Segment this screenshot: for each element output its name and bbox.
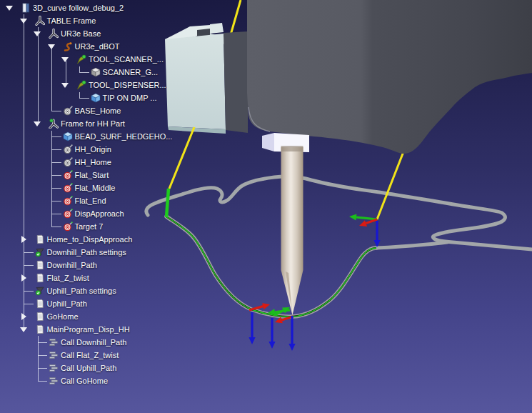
tree-item-label: Flat_End — [75, 194, 106, 207]
frame-icon — [49, 29, 59, 39]
tree-connector-stub — [51, 111, 61, 111]
tree-connector-stub — [51, 201, 61, 201]
tree-item-hh-origin[interactable]: HH_Origin — [0, 143, 200, 156]
needle[interactable] — [281, 146, 303, 315]
tree-connector-stub — [24, 252, 34, 253]
tree-item-flat-middle[interactable]: Flat_Middle — [0, 181, 200, 194]
tree-item-label: Uphill_Path settings — [47, 284, 116, 297]
tree-item-3d-curve-follow-debug-2[interactable]: 3D_curve follow_debug_2 — [0, 1, 200, 14]
target-red-icon — [63, 209, 73, 219]
target-axis-arrowhead — [288, 344, 295, 351]
tree-connector-stub — [51, 214, 61, 214]
program-icon — [35, 312, 45, 322]
program-icon — [35, 234, 45, 244]
robodk-window: 3D_curve follow_debug_2TABLE FrameUR3e B… — [0, 0, 532, 413]
tree-item-gohome[interactable]: GoHome — [0, 310, 200, 323]
tree-connector-stub — [79, 98, 89, 99]
tree-item-table-frame[interactable]: TABLE Frame — [0, 14, 200, 27]
dispenser-body[interactable] — [247, 0, 532, 154]
tree-item-tool-dispenser[interactable]: TOOL_DISPENSER... — [0, 79, 200, 91]
tree-item-label: GoHome — [47, 310, 79, 323]
tree-item-label: Uphill_Path — [47, 297, 87, 310]
target-axis-arrowhead — [359, 220, 367, 227]
tool-gap-face — [224, 31, 248, 133]
call-icon — [49, 376, 59, 386]
call-icon — [49, 337, 59, 347]
object-blue-icon — [63, 131, 73, 141]
tree-item-label: Downhill_Path settings — [47, 246, 126, 259]
tree-item-label: HH_Origin — [75, 143, 111, 156]
tree-item-dispapproach[interactable]: DispApproach — [0, 207, 200, 220]
tree-item-label: Downhill_Path — [47, 259, 97, 272]
target-red-icon — [63, 183, 73, 193]
tree-item-label: Target 7 — [75, 220, 104, 233]
tree-connector-stub — [38, 368, 48, 369]
part-curve-tail — [376, 242, 447, 248]
target-red-icon — [63, 196, 73, 206]
tool-icon — [76, 80, 86, 90]
tree-item-flat-end[interactable]: Flat_End — [0, 194, 200, 207]
tree-item-call-downhill-path[interactable]: Call Downhill_Path — [0, 336, 200, 349]
tree-connector-stub — [24, 304, 34, 304]
tree-item-label: TOOL_DISPENSER... — [89, 79, 166, 91]
tree-connector-stub — [51, 149, 61, 150]
expand-collapse-triangle[interactable] — [6, 6, 13, 11]
station-tree: 3D_curve follow_debug_2TABLE FrameUR3e B… — [0, 0, 200, 413]
tree-item-scanner-g[interactable]: SCANNER_G... — [0, 66, 200, 79]
target-red-icon — [63, 170, 73, 180]
tree-item-tool-scanner[interactable]: TOOL_SCANNER_... — [0, 53, 200, 66]
target-axis-arrow[interactable] — [366, 219, 377, 224]
tree-item-label: Frame for HH Part — [61, 117, 125, 130]
target-axis-arrow[interactable] — [356, 217, 377, 219]
tree-item-label: DispApproach — [75, 207, 124, 220]
tree-item-home-to-dispapproach[interactable]: Home_to_DispApproach — [0, 233, 200, 246]
target-gray-icon — [63, 106, 73, 116]
tree-item-label: 3D_curve follow_debug_2 — [33, 1, 124, 14]
tree-item-flat-start[interactable]: Flat_Start — [0, 169, 200, 181]
target-axis-arrowhead — [268, 342, 275, 349]
tree-item-base-home[interactable]: BASE_Home — [0, 104, 200, 117]
part-curve-outline[interactable] — [146, 176, 532, 249]
tree-item-label: TOOL_SCANNER_... — [89, 53, 164, 66]
tree-item-mainprogram-disp-hh[interactable]: MainProgram_Disp_HH — [0, 323, 200, 336]
tree-connector-line — [38, 27, 39, 124]
target-axis-arrowhead — [262, 303, 270, 309]
tree-item-label: Call GoHome — [61, 374, 108, 387]
tree-item-call-uphill-path[interactable]: Call Uphill_Path — [0, 362, 200, 374]
tree-item-label: TIP ON DMP ... — [103, 91, 157, 104]
tree-item-target-7[interactable]: Target 7 — [0, 220, 200, 233]
call-icon — [49, 350, 59, 360]
tree-item-ur3e-base[interactable]: UR3e Base — [0, 27, 200, 40]
tree-item-label: HH_Home — [75, 156, 111, 169]
tree-item-label: Call Uphill_Path — [61, 362, 116, 374]
tree-item-label: BEAD_SURF_HEDGEHO... — [75, 130, 173, 143]
tree-item-call-gohome[interactable]: Call GoHome — [0, 374, 200, 387]
tree-item-label: Flat_Start — [75, 169, 109, 181]
tree-item-flat-z-twist[interactable]: Flat_Z_twist — [0, 272, 200, 284]
tree-item-label: SCANNER_G... — [103, 66, 159, 79]
tree-item-label: Call Downhill_Path — [61, 336, 126, 349]
tree-connector-stub — [24, 291, 34, 292]
tree-connector-stub — [79, 72, 89, 73]
tree-item-label: Home_to_DispApproach — [47, 233, 133, 246]
tree-item-label: UR3e Base — [61, 27, 101, 40]
tree-item-call-flat-z-twist[interactable]: Call Flat_Z_twist — [0, 349, 200, 362]
tree-connector-stub — [51, 175, 61, 176]
settings-icon — [35, 247, 45, 257]
tree-item-tip-on-dmp[interactable]: TIP ON DMP ... — [0, 91, 200, 104]
target-gray-icon — [63, 144, 73, 154]
target-frames[interactable] — [249, 214, 380, 351]
tree-item-ur3e-dbot[interactable]: UR3e_dBOT — [0, 40, 200, 53]
robot-icon — [63, 41, 73, 51]
tree-item-frame-for-hh-part[interactable]: Frame for HH Part — [0, 117, 200, 130]
tree-item-hh-home[interactable]: HH_Home — [0, 156, 200, 169]
program-icon — [35, 324, 45, 334]
tree-connector-stub — [38, 381, 48, 382]
tree-connector-line — [66, 60, 66, 85]
program-icon — [35, 299, 45, 309]
target-red-icon — [63, 222, 73, 232]
tree-item-bead-surf-hedgeho[interactable]: BEAD_SURF_HEDGEHO... — [0, 130, 200, 143]
frame-green-icon — [49, 119, 59, 129]
target-gray-icon — [63, 157, 73, 167]
call-icon — [49, 363, 59, 373]
